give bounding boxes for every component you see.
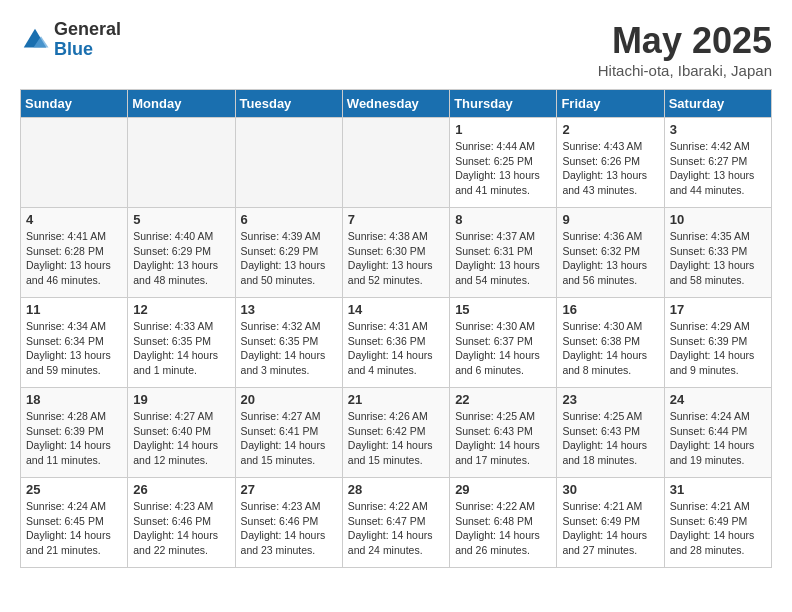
day-number: 4 (26, 212, 122, 227)
calendar-cell: 15Sunrise: 4:30 AM Sunset: 6:37 PM Dayli… (450, 298, 557, 388)
calendar-row: 18Sunrise: 4:28 AM Sunset: 6:39 PM Dayli… (21, 388, 772, 478)
day-info: Sunrise: 4:24 AM Sunset: 6:45 PM Dayligh… (26, 499, 122, 558)
day-info: Sunrise: 4:33 AM Sunset: 6:35 PM Dayligh… (133, 319, 229, 378)
calendar-cell (21, 118, 128, 208)
day-number: 25 (26, 482, 122, 497)
calendar-cell: 1Sunrise: 4:44 AM Sunset: 6:25 PM Daylig… (450, 118, 557, 208)
header-row: SundayMondayTuesdayWednesdayThursdayFrid… (21, 90, 772, 118)
day-number: 29 (455, 482, 551, 497)
day-number: 7 (348, 212, 444, 227)
header-sunday: Sunday (21, 90, 128, 118)
day-number: 23 (562, 392, 658, 407)
location: Hitachi-ota, Ibaraki, Japan (598, 62, 772, 79)
calendar-cell: 25Sunrise: 4:24 AM Sunset: 6:45 PM Dayli… (21, 478, 128, 568)
calendar-cell: 2Sunrise: 4:43 AM Sunset: 6:26 PM Daylig… (557, 118, 664, 208)
day-info: Sunrise: 4:22 AM Sunset: 6:47 PM Dayligh… (348, 499, 444, 558)
logo-icon (20, 25, 50, 55)
calendar-cell: 9Sunrise: 4:36 AM Sunset: 6:32 PM Daylig… (557, 208, 664, 298)
calendar-cell (235, 118, 342, 208)
day-number: 30 (562, 482, 658, 497)
calendar-cell: 31Sunrise: 4:21 AM Sunset: 6:49 PM Dayli… (664, 478, 771, 568)
day-info: Sunrise: 4:35 AM Sunset: 6:33 PM Dayligh… (670, 229, 766, 288)
day-number: 21 (348, 392, 444, 407)
day-info: Sunrise: 4:31 AM Sunset: 6:36 PM Dayligh… (348, 319, 444, 378)
day-info: Sunrise: 4:41 AM Sunset: 6:28 PM Dayligh… (26, 229, 122, 288)
day-info: Sunrise: 4:43 AM Sunset: 6:26 PM Dayligh… (562, 139, 658, 198)
calendar-cell: 14Sunrise: 4:31 AM Sunset: 6:36 PM Dayli… (342, 298, 449, 388)
day-number: 3 (670, 122, 766, 137)
calendar-table: SundayMondayTuesdayWednesdayThursdayFrid… (20, 89, 772, 568)
day-info: Sunrise: 4:23 AM Sunset: 6:46 PM Dayligh… (133, 499, 229, 558)
day-number: 2 (562, 122, 658, 137)
day-info: Sunrise: 4:34 AM Sunset: 6:34 PM Dayligh… (26, 319, 122, 378)
calendar-cell: 17Sunrise: 4:29 AM Sunset: 6:39 PM Dayli… (664, 298, 771, 388)
calendar-cell: 27Sunrise: 4:23 AM Sunset: 6:46 PM Dayli… (235, 478, 342, 568)
day-number: 16 (562, 302, 658, 317)
day-number: 17 (670, 302, 766, 317)
day-info: Sunrise: 4:21 AM Sunset: 6:49 PM Dayligh… (562, 499, 658, 558)
calendar-cell: 22Sunrise: 4:25 AM Sunset: 6:43 PM Dayli… (450, 388, 557, 478)
month-title: May 2025 (598, 20, 772, 62)
day-info: Sunrise: 4:21 AM Sunset: 6:49 PM Dayligh… (670, 499, 766, 558)
day-number: 28 (348, 482, 444, 497)
calendar-cell: 12Sunrise: 4:33 AM Sunset: 6:35 PM Dayli… (128, 298, 235, 388)
calendar-cell: 24Sunrise: 4:24 AM Sunset: 6:44 PM Dayli… (664, 388, 771, 478)
day-number: 6 (241, 212, 337, 227)
calendar-cell: 18Sunrise: 4:28 AM Sunset: 6:39 PM Dayli… (21, 388, 128, 478)
calendar-cell: 7Sunrise: 4:38 AM Sunset: 6:30 PM Daylig… (342, 208, 449, 298)
day-number: 9 (562, 212, 658, 227)
calendar-cell: 23Sunrise: 4:25 AM Sunset: 6:43 PM Dayli… (557, 388, 664, 478)
day-number: 14 (348, 302, 444, 317)
calendar-row: 4Sunrise: 4:41 AM Sunset: 6:28 PM Daylig… (21, 208, 772, 298)
day-number: 22 (455, 392, 551, 407)
day-info: Sunrise: 4:40 AM Sunset: 6:29 PM Dayligh… (133, 229, 229, 288)
day-info: Sunrise: 4:27 AM Sunset: 6:40 PM Dayligh… (133, 409, 229, 468)
day-number: 1 (455, 122, 551, 137)
calendar-cell (342, 118, 449, 208)
header-friday: Friday (557, 90, 664, 118)
day-info: Sunrise: 4:27 AM Sunset: 6:41 PM Dayligh… (241, 409, 337, 468)
calendar-row: 25Sunrise: 4:24 AM Sunset: 6:45 PM Dayli… (21, 478, 772, 568)
logo-blue: Blue (54, 40, 121, 60)
calendar-row: 1Sunrise: 4:44 AM Sunset: 6:25 PM Daylig… (21, 118, 772, 208)
calendar-cell: 20Sunrise: 4:27 AM Sunset: 6:41 PM Dayli… (235, 388, 342, 478)
calendar-cell: 5Sunrise: 4:40 AM Sunset: 6:29 PM Daylig… (128, 208, 235, 298)
calendar-cell: 3Sunrise: 4:42 AM Sunset: 6:27 PM Daylig… (664, 118, 771, 208)
day-info: Sunrise: 4:30 AM Sunset: 6:38 PM Dayligh… (562, 319, 658, 378)
day-number: 11 (26, 302, 122, 317)
header-tuesday: Tuesday (235, 90, 342, 118)
calendar-cell: 13Sunrise: 4:32 AM Sunset: 6:35 PM Dayli… (235, 298, 342, 388)
header-thursday: Thursday (450, 90, 557, 118)
page-header: General Blue May 2025 Hitachi-ota, Ibara… (20, 20, 772, 79)
calendar-cell: 6Sunrise: 4:39 AM Sunset: 6:29 PM Daylig… (235, 208, 342, 298)
day-info: Sunrise: 4:32 AM Sunset: 6:35 PM Dayligh… (241, 319, 337, 378)
day-number: 12 (133, 302, 229, 317)
day-number: 13 (241, 302, 337, 317)
day-number: 27 (241, 482, 337, 497)
day-info: Sunrise: 4:25 AM Sunset: 6:43 PM Dayligh… (455, 409, 551, 468)
day-number: 8 (455, 212, 551, 227)
logo-general: General (54, 20, 121, 40)
day-info: Sunrise: 4:28 AM Sunset: 6:39 PM Dayligh… (26, 409, 122, 468)
title-area: May 2025 Hitachi-ota, Ibaraki, Japan (598, 20, 772, 79)
day-info: Sunrise: 4:39 AM Sunset: 6:29 PM Dayligh… (241, 229, 337, 288)
day-number: 18 (26, 392, 122, 407)
day-info: Sunrise: 4:44 AM Sunset: 6:25 PM Dayligh… (455, 139, 551, 198)
day-number: 20 (241, 392, 337, 407)
day-info: Sunrise: 4:38 AM Sunset: 6:30 PM Dayligh… (348, 229, 444, 288)
calendar-cell: 29Sunrise: 4:22 AM Sunset: 6:48 PM Dayli… (450, 478, 557, 568)
header-saturday: Saturday (664, 90, 771, 118)
header-monday: Monday (128, 90, 235, 118)
calendar-cell (128, 118, 235, 208)
calendar-cell: 16Sunrise: 4:30 AM Sunset: 6:38 PM Dayli… (557, 298, 664, 388)
calendar-cell: 30Sunrise: 4:21 AM Sunset: 6:49 PM Dayli… (557, 478, 664, 568)
calendar-cell: 4Sunrise: 4:41 AM Sunset: 6:28 PM Daylig… (21, 208, 128, 298)
day-info: Sunrise: 4:29 AM Sunset: 6:39 PM Dayligh… (670, 319, 766, 378)
day-number: 24 (670, 392, 766, 407)
day-info: Sunrise: 4:42 AM Sunset: 6:27 PM Dayligh… (670, 139, 766, 198)
calendar-row: 11Sunrise: 4:34 AM Sunset: 6:34 PM Dayli… (21, 298, 772, 388)
logo: General Blue (20, 20, 121, 60)
day-number: 15 (455, 302, 551, 317)
day-info: Sunrise: 4:37 AM Sunset: 6:31 PM Dayligh… (455, 229, 551, 288)
day-number: 26 (133, 482, 229, 497)
